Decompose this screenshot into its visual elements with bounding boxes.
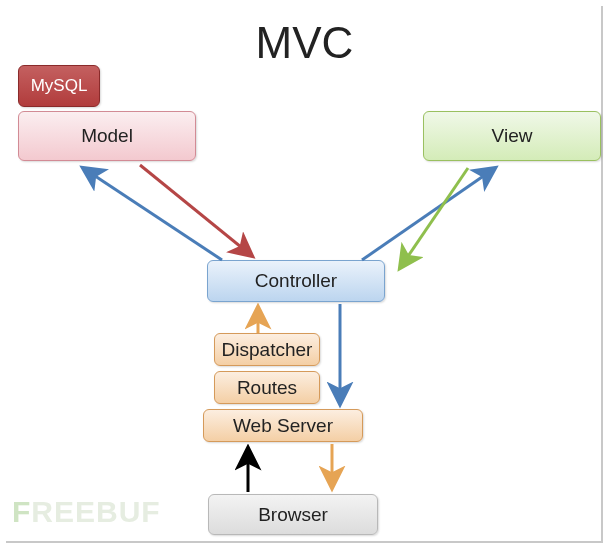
diagram-title: MVC <box>256 18 354 68</box>
node-view: View <box>423 111 601 161</box>
node-webserver: Web Server <box>203 409 363 442</box>
node-model: Model <box>18 111 196 161</box>
node-dispatcher: Dispatcher <box>214 333 320 366</box>
node-routes: Routes <box>214 371 320 404</box>
node-mysql: MySQL <box>18 65 100 107</box>
node-browser: Browser <box>208 494 378 535</box>
node-controller: Controller <box>207 260 385 302</box>
watermark: FREEBUF <box>12 495 161 529</box>
